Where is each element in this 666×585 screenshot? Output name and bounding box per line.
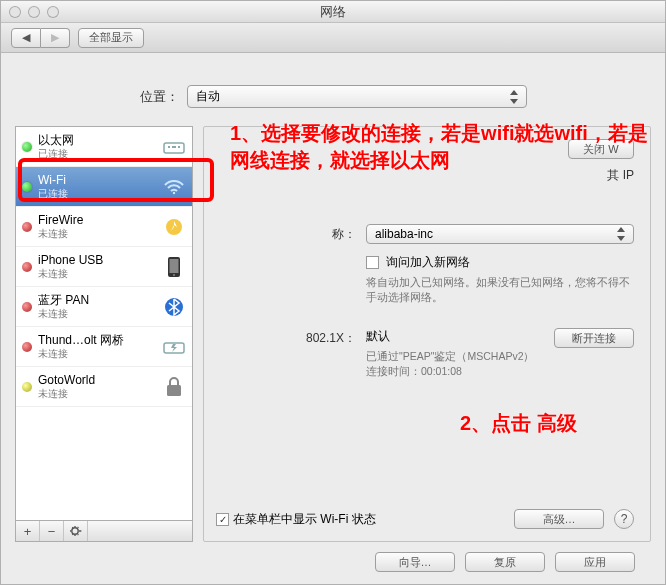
location-popup[interactable]: 自动 xyxy=(187,85,527,108)
interface-name: iPhone USB xyxy=(38,253,156,267)
ethernet-icon xyxy=(162,135,186,159)
iphone-icon xyxy=(162,255,186,279)
network-preferences-window: 网络 ◀ ▶ 全部显示 位置： 自动 以太网已连接Wi-Fi已连接FireWir… xyxy=(0,0,666,585)
svg-point-5 xyxy=(173,274,175,276)
interface-name: 蓝牙 PAN xyxy=(38,293,156,307)
thunderbolt-icon xyxy=(162,335,186,359)
footer-buttons: 向导… 复原 应用 xyxy=(15,542,651,584)
status-dot-icon xyxy=(22,342,32,352)
interface-status: 未连接 xyxy=(38,268,156,280)
wifi-icon xyxy=(162,175,186,199)
interface-name: Wi-Fi xyxy=(38,173,156,187)
gear-icon xyxy=(69,524,83,538)
status-dot-icon xyxy=(22,222,32,232)
action-menu-button[interactable] xyxy=(64,521,88,541)
status-dot-icon xyxy=(22,302,32,312)
remove-interface-button[interactable]: − xyxy=(40,521,64,541)
network-name-label: 称： xyxy=(216,224,366,244)
sidebar-item-lock[interactable]: GotoWorld未连接 xyxy=(16,367,192,407)
chevron-up-down-icon xyxy=(615,227,625,241)
show-all-button[interactable]: 全部显示 xyxy=(78,28,144,48)
show-menu-checkbox-label[interactable]: ✓ 在菜单栏中显示 Wi-Fi 状态 xyxy=(216,511,504,528)
bluetooth-icon xyxy=(162,295,186,319)
interface-name: 以太网 xyxy=(38,133,156,147)
svg-point-9 xyxy=(71,528,77,534)
status-dot-icon xyxy=(22,182,32,192)
revert-button[interactable]: 复原 xyxy=(465,552,545,572)
sidebar-item-thunderbolt[interactable]: Thund…olt 网桥未连接 xyxy=(16,327,192,367)
network-name-popup[interactable]: alibaba-inc xyxy=(366,224,634,244)
dot1x-value: 默认 xyxy=(366,328,544,345)
back-button[interactable]: ◀ xyxy=(11,28,41,48)
nav-back-forward: ◀ ▶ xyxy=(11,28,70,48)
network-name-value: alibaba-inc xyxy=(375,227,433,241)
ip-fragment: 其 IP xyxy=(216,167,634,184)
show-menu-checkbox[interactable]: ✓ xyxy=(216,513,229,526)
toolbar: ◀ ▶ 全部显示 xyxy=(1,23,665,53)
details-bottom-row: ✓ 在菜单栏中显示 Wi-Fi 状态 高级… ? xyxy=(216,503,634,529)
forward-button[interactable]: ▶ xyxy=(41,28,70,48)
ask-join-checkbox-label[interactable]: 询问加入新网络 xyxy=(366,255,470,269)
list-footer: + − xyxy=(15,520,193,542)
content-area: 位置： 自动 以太网已连接Wi-Fi已连接FireWire未连接iPhone U… xyxy=(1,53,665,584)
interface-status: 未连接 xyxy=(38,388,156,400)
apply-button[interactable]: 应用 xyxy=(555,552,635,572)
help-button[interactable]: ? xyxy=(614,509,634,529)
svg-rect-8 xyxy=(167,385,181,396)
toggle-wifi-button[interactable]: 关闭 W xyxy=(568,139,634,159)
sidebar-item-wifi[interactable]: Wi-Fi已连接 xyxy=(16,167,192,207)
interface-status: 已连接 xyxy=(38,188,156,200)
dot1x-label: 802.1X： xyxy=(216,328,366,378)
disconnect-button[interactable]: 断开连接 xyxy=(554,328,634,348)
svg-point-1 xyxy=(173,191,175,193)
interface-name: Thund…olt 网桥 xyxy=(38,333,156,347)
advanced-button[interactable]: 高级… xyxy=(514,509,604,529)
sidebar-item-bluetooth[interactable]: 蓝牙 PAN未连接 xyxy=(16,287,192,327)
sidebar: 以太网已连接Wi-Fi已连接FireWire未连接iPhone USB未连接蓝牙… xyxy=(15,126,193,542)
sidebar-item-iphone[interactable]: iPhone USB未连接 xyxy=(16,247,192,287)
dot1x-auth-info: 已通过"PEAP"鉴定（MSCHAPv2） xyxy=(366,349,544,364)
interface-status: 已连接 xyxy=(38,148,156,160)
assist-button[interactable]: 向导… xyxy=(375,552,455,572)
main-split: 以太网已连接Wi-Fi已连接FireWire未连接iPhone USB未连接蓝牙… xyxy=(15,126,651,542)
lock-icon xyxy=(162,375,186,399)
interface-status: 未连接 xyxy=(38,228,156,240)
interface-status: 未连接 xyxy=(38,348,156,360)
sidebar-item-ethernet[interactable]: 以太网已连接 xyxy=(16,127,192,167)
add-interface-button[interactable]: + xyxy=(16,521,40,541)
status-dot-icon xyxy=(22,262,32,272)
network-name-row: 称： alibaba-inc xyxy=(216,224,634,244)
sidebar-item-firewire[interactable]: FireWire未连接 xyxy=(16,207,192,247)
firewire-icon xyxy=(162,215,186,239)
interface-list: 以太网已连接Wi-Fi已连接FireWire未连接iPhone USB未连接蓝牙… xyxy=(15,126,193,520)
titlebar: 网络 xyxy=(1,1,665,23)
interface-status: 未连接 xyxy=(38,308,156,320)
svg-rect-4 xyxy=(170,259,179,273)
dot1x-row: 802.1X： 默认 已通过"PEAP"鉴定（MSCHAPv2） 连接时间：00… xyxy=(216,328,634,378)
ask-join-row: 询问加入新网络 将自动加入已知网络。如果没有已知网络，您将不得不手动选择网络。 xyxy=(216,254,634,304)
ask-join-checkbox[interactable] xyxy=(366,256,379,269)
interface-name: FireWire xyxy=(38,213,156,227)
status-dot-icon xyxy=(22,382,32,392)
dot1x-time: 连接时间：00:01:08 xyxy=(366,364,544,379)
ask-join-hint: 将自动加入已知网络。如果没有已知网络，您将不得不手动选择网络。 xyxy=(366,275,634,304)
details-panel: 关闭 W 其 IP 称： alibaba-inc xyxy=(203,126,651,542)
status-dot-icon xyxy=(22,142,32,152)
chevron-up-down-icon xyxy=(508,90,518,104)
location-value: 自动 xyxy=(196,88,220,105)
window-title: 网络 xyxy=(1,3,665,21)
location-label: 位置： xyxy=(140,88,179,106)
location-row: 位置： 自动 xyxy=(15,85,651,108)
interface-name: GotoWorld xyxy=(38,373,156,387)
